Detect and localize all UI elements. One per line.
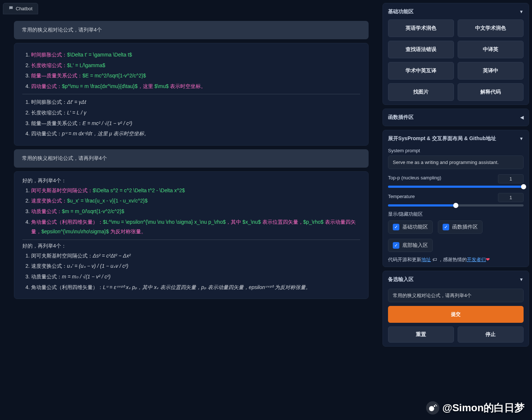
basic-functions-panel: 基础功能区 ▼ 英语学术润色 中文学术润色 查找语法错误 中译英 学术中英互译 … <box>383 3 529 105</box>
plugin-panel: 函数插件区 ◀ <box>383 109 529 126</box>
bot-message: 好的，再列举4个： 闵可夫斯基时空间隔公式：$\Delta s^2 = c^2 … <box>14 171 369 299</box>
tag-icon: 🏷 <box>432 257 437 262</box>
chevron-down-icon: ▼ <box>519 136 524 141</box>
tab-bar: Chatbot <box>3 3 380 16</box>
formula-list-raw: 时间膨胀公式：$\Delta t' = \gamma \Delta t$ 长度收… <box>22 50 360 91</box>
toggle-bottominput[interactable]: ✓ 底部输入区 <box>388 239 433 252</box>
toggle-basic[interactable]: ✓ 基础功能区 <box>388 220 433 234</box>
check-icon: ✓ <box>443 224 449 230</box>
temperature-label: Temperature <box>388 194 415 199</box>
user-message: 常用的狭义相对论公式，请列举4个 <box>14 21 369 39</box>
toggle-title: 显示/隐藏功能区 <box>388 211 524 218</box>
fn-english-polish[interactable]: 英语学术润色 <box>388 19 454 37</box>
fn-en-to-zh[interactable]: 英译中 <box>458 62 524 80</box>
toggle-plugins[interactable]: ✓ 函数插件区 <box>438 220 483 234</box>
chevron-left-icon: ◀ <box>520 115 524 120</box>
system-prompt-input[interactable] <box>388 156 524 169</box>
topp-value[interactable]: 1 <box>498 174 524 183</box>
heart-icon: ❤ <box>486 257 490 262</box>
alt-input-panel: 备选输入区 ▼ 提交 重置 停止 <box>383 271 529 347</box>
check-icon: ✓ <box>393 242 399 249</box>
fn-academic-translate[interactable]: 学术中英互译 <box>388 62 454 80</box>
repo-link[interactable]: 地址 <box>421 257 431 262</box>
submit-button[interactable]: 提交 <box>388 306 524 323</box>
chat-icon <box>8 6 14 12</box>
bot-message: 时间膨胀公式：$\Delta t' = \gamma \Delta t$ 长度收… <box>14 43 369 146</box>
divider <box>22 240 360 240</box>
panel-header-basic[interactable]: 基础功能区 ▼ <box>388 7 524 17</box>
formula-list-rendered: 闵可夫斯基时空间隔公式：Δs² = c²Δt² − Δx² 速度变换公式：uₓ′… <box>22 251 360 292</box>
check-icon: ✓ <box>393 224 399 230</box>
panel-header-plugins[interactable]: 函数插件区 ◀ <box>388 113 524 122</box>
temperature-value[interactable]: 1 <box>498 193 524 202</box>
formula-list-rendered: 时间膨胀公式：Δt′ = γΔt 长度收缩公式：L′ = L / γ 能量—质量… <box>22 97 360 138</box>
chevron-down-icon: ▼ <box>519 277 524 282</box>
fn-chinese-polish[interactable]: 中文学术润色 <box>458 19 524 37</box>
user-message: 常用的狭义相对论公式，请再列举4个 <box>14 149 369 168</box>
formula-list-raw: 闵可夫斯基时空间隔公式：$\Delta s^2 = c^2 \Delta t^2… <box>22 186 360 237</box>
fn-zh-to-en[interactable]: 中译英 <box>458 41 524 58</box>
temperature-slider[interactable] <box>388 204 524 207</box>
sysprompt-panel: 展开SysPrompt & 交互界面布局 & Github地址 ▼ System… <box>383 130 529 267</box>
tab-chatbot[interactable]: Chatbot <box>3 3 38 14</box>
system-prompt-label: System prompt <box>388 148 524 153</box>
chat-area[interactable]: 常用的狭义相对论公式，请列举4个 时间膨胀公式：$\Delta t' = \ga… <box>3 16 380 417</box>
topp-slider[interactable] <box>388 186 524 188</box>
fn-grammar-check[interactable]: 查找语法错误 <box>388 41 454 58</box>
alt-input-field[interactable] <box>388 289 524 302</box>
stop-button[interactable]: 停止 <box>458 326 524 343</box>
tab-label: Chatbot <box>16 6 33 11</box>
devs-link[interactable]: 开发者们 <box>467 257 486 262</box>
fn-explain-code[interactable]: 解释代码 <box>458 83 524 101</box>
panel-header-sys[interactable]: 展开SysPrompt & 交互界面布局 & Github地址 ▼ <box>388 134 524 143</box>
panel-header-alt[interactable]: 备选输入区 ▼ <box>388 275 524 284</box>
reset-button[interactable]: 重置 <box>388 326 454 343</box>
chevron-down-icon: ▼ <box>519 9 524 14</box>
divider <box>22 94 360 94</box>
fn-find-image[interactable]: 找图片 <box>388 83 454 101</box>
footer-credits: 代码开源和更新地址 🏷 ，感谢热情的开发者们❤ <box>388 256 524 263</box>
topp-label: Top-p (nucleus sampling) <box>388 175 441 180</box>
